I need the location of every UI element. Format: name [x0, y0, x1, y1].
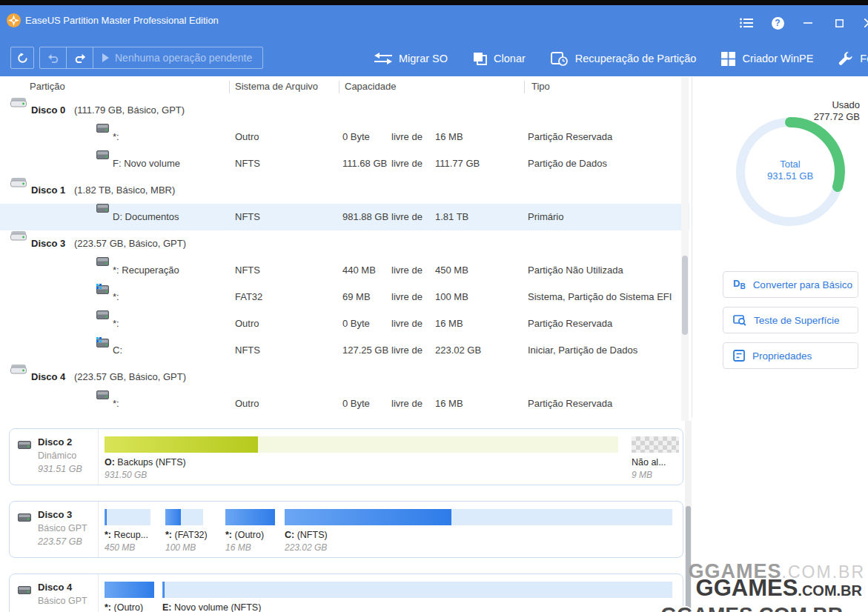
scrollbar-thumb[interactable]	[686, 506, 691, 612]
action-label: Migrar SO	[399, 53, 448, 64]
partition-segment[interactable]: O: Backups (NFTS) 931.50 GB	[105, 429, 618, 485]
partition-segment[interactable]: *: (Outro)	[105, 574, 154, 612]
watermark-front-text: GGAMES.COM.BR	[696, 575, 862, 602]
partition-segment[interactable]: *: (Outro) 16 MB	[225, 502, 275, 557]
total-value: 931.51 GB	[746, 170, 835, 182]
table-row-partition-selected[interactable]: D: Documentos NFTS 981.88 GB livre de 1.…	[0, 204, 689, 230]
disk-icon	[10, 364, 27, 374]
total-capacity: 223.02 GB	[435, 337, 481, 364]
disk-panel-header: Disco 3 Básico GPT 223.57 GB	[10, 502, 99, 557]
partition-icon	[96, 204, 109, 213]
disk-map-panel-disco-3[interactable]: Disco 3 Básico GPT 223.57 GB *: Recup...…	[9, 501, 683, 558]
disk-info: (111.79 GB, Básico, GPT)	[74, 97, 185, 124]
partition-bar	[285, 509, 672, 525]
partition-bar	[165, 509, 203, 525]
refresh-button[interactable]	[10, 47, 34, 69]
partition-label: (NFTS)	[294, 530, 327, 540]
pending-operations-button[interactable]: Nenhuma operação pendente	[93, 47, 262, 68]
scrollbar-thumb[interactable]	[682, 256, 688, 335]
partition-size: 931.50 GB	[105, 470, 147, 480]
table-row-partition[interactable]: *: Outro 0 Byte livre de 16 MB Partição …	[0, 390, 689, 417]
migrate-os-button[interactable]: Migrar SO	[374, 53, 448, 64]
partition-segment[interactable]: *: Recup... 450 MB	[105, 502, 150, 557]
disk-name: Disco 0	[31, 97, 65, 124]
unallocated-segment[interactable]: Não al... 9 MB	[632, 429, 679, 485]
table-row-partition[interactable]: *: Outro 0 Byte livre de 16 MB Partição …	[0, 310, 689, 337]
table-scrollbar[interactable]	[681, 77, 689, 421]
table-row-disk-0[interactable]: Disco 0 (111.79 GB, Básico, GPT)	[0, 97, 689, 124]
table-header: Partição Sistema de Arquivo Capacidade T…	[0, 77, 689, 97]
drive-letter: O:	[105, 457, 115, 468]
partition-segment[interactable]: *: (FAT32) 100 MB	[165, 502, 203, 557]
partition-label: Novo volume (NFTS)	[172, 602, 262, 612]
operation-list-icon[interactable]	[738, 14, 755, 32]
used-capacity: 127.25 GB	[342, 337, 388, 364]
used-capacity: 0 Byte	[342, 390, 370, 417]
button-label: Converter para Básico	[753, 279, 852, 290]
diskmap-scrollbar[interactable]	[685, 421, 692, 612]
table-row-partition[interactable]: F: Novo volume NFTS 111.68 GB livre de 1…	[0, 150, 689, 177]
partition-name: *:	[113, 124, 119, 150]
table-row-partition[interactable]: *: Recuperação NFTS 440 MB livre de 450 …	[0, 257, 689, 284]
play-icon	[102, 53, 109, 62]
properties-button[interactable]: Propriedades	[723, 342, 858, 369]
partition-size: 100 MB	[165, 542, 196, 553]
column-header-type[interactable]: Tipo	[531, 81, 550, 92]
redo-button[interactable]	[67, 47, 93, 68]
partition-label: (FAT32)	[172, 530, 208, 540]
column-header-capacity[interactable]: Capacidade	[345, 81, 396, 92]
partition-segment[interactable]: E: Novo volume (NFTS)	[162, 574, 672, 612]
used-capacity: 69 MB	[342, 284, 371, 310]
partition-recovery-button[interactable]: Recuperação de Partição	[551, 52, 697, 66]
partition-icon	[96, 150, 109, 159]
help-icon[interactable]: ?	[769, 14, 786, 32]
redo-icon	[74, 53, 86, 63]
filesystem: NFTS	[235, 337, 260, 364]
table-row-partition[interactable]: *: Outro 0 Byte livre de 16 MB Partição …	[0, 124, 689, 150]
total-capacity: 450 MB	[435, 257, 468, 284]
minimize-icon[interactable]	[799, 14, 817, 32]
column-header-filesystem[interactable]: Sistema de Arquivo	[235, 81, 318, 92]
table-row-disk-4[interactable]: Disco 4 (223.57 GB, Básico, GPT)	[0, 364, 689, 390]
partition-name: *: Recuperação	[113, 257, 179, 284]
action-label: Recuperação de Partição	[575, 53, 697, 64]
total-label: Total	[746, 159, 835, 170]
filesystem: NFTS	[235, 150, 260, 177]
disk-map-panel-disco-4[interactable]: Disco 4 Básico GPT *: (Outro) E: Novo vo…	[9, 573, 683, 612]
tools-button[interactable]: Ferramentas	[838, 51, 868, 66]
partition-type: Iniciar, Partição de Dados	[528, 337, 637, 364]
partition-icon	[96, 124, 109, 133]
disk-name: Disco 4	[38, 582, 72, 593]
table-row-partition[interactable]: C: NFTS 127.25 GB livre de 223.02 GB Ini…	[0, 337, 689, 364]
title-bar: EaseUS Partition Master Professional Edi…	[0, 5, 868, 41]
table-row-disk-3[interactable]: Disco 3 (223.57 GB, Básico, GPT)	[0, 230, 689, 257]
disk-info: (223.57 GB, Básico, GPT)	[74, 364, 186, 390]
properties-icon	[733, 350, 745, 362]
column-divider	[339, 81, 339, 93]
top-strip	[0, 0, 868, 5]
drive-letter: *:	[225, 530, 232, 540]
refresh-icon	[17, 53, 28, 64]
column-header-partition[interactable]: Partição	[30, 81, 65, 92]
action-label: Criador WinPE	[742, 53, 813, 64]
partition-segment[interactable]: C: (NFTS) 223.02 GB	[285, 502, 672, 557]
partition-name: F: Novo volume	[113, 150, 180, 177]
table-row-partition[interactable]: *: FAT32 69 MB livre de 100 MB Sistema, …	[0, 284, 689, 310]
convert-to-basic-button[interactable]: DB Converter para Básico	[723, 271, 858, 298]
app-logo-icon	[7, 13, 21, 27]
clone-button[interactable]: Clonar	[473, 52, 526, 65]
partition-name: C:	[113, 337, 122, 364]
undo-button[interactable]	[40, 47, 66, 68]
disk-icon	[18, 586, 31, 594]
maximize-icon[interactable]	[830, 14, 848, 32]
filesystem: Outro	[235, 310, 259, 337]
close-icon[interactable]	[860, 14, 868, 32]
filesystem: NFTS	[235, 204, 260, 230]
surface-test-button[interactable]: Teste de Superfície	[723, 307, 858, 333]
disk-map-panel-disco-2[interactable]: Disco 2 Dinâmico 931.51 GB O: Backups (N…	[9, 428, 683, 485]
table-row-disk-1[interactable]: Disco 1 (1.82 TB, Básico, MBR)	[0, 177, 689, 204]
winpe-creator-button[interactable]: Criador WinPE	[721, 52, 813, 66]
disk-name: Disco 4	[31, 364, 65, 390]
disk-icon	[18, 513, 31, 522]
partition-name: *:	[113, 284, 119, 310]
